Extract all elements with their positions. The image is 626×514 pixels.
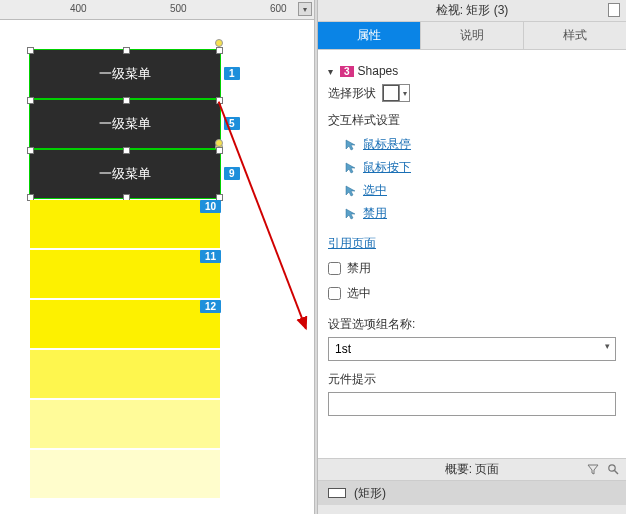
yellow-row[interactable]	[30, 250, 220, 298]
svg-point-1	[609, 465, 615, 471]
yellow-row[interactable]	[30, 400, 220, 448]
resize-handle[interactable]	[27, 147, 34, 154]
outline-item-label: (矩形)	[354, 485, 386, 502]
cursor-disabled-icon	[344, 208, 358, 220]
menu-item[interactable]: 一级菜单	[30, 50, 220, 98]
selection-count-badge: 3	[340, 66, 354, 77]
resize-handle[interactable]	[123, 47, 130, 54]
link-text: 选中	[363, 182, 387, 199]
ruler-tick: 500	[170, 3, 187, 14]
yellow-row[interactable]	[30, 350, 220, 398]
cursor-select-icon	[344, 185, 358, 197]
menu-item-label: 一级菜单	[99, 65, 151, 83]
ruler-dropdown-icon[interactable]: ▾	[298, 2, 312, 16]
expand-caret-icon[interactable]: ▾	[328, 66, 340, 77]
resize-handle[interactable]	[123, 147, 130, 154]
properties-body: ▾ 3 Shapes 选择形状 ▾ 交互样式设置 鼠标悬停	[318, 50, 626, 458]
outline-panel: 概要: 页面 (矩形)	[318, 458, 626, 514]
tab-properties[interactable]: 属性	[318, 22, 421, 49]
yellow-row[interactable]	[30, 200, 220, 248]
interaction-styles-title: 交互样式设置	[328, 112, 616, 129]
chevron-down-icon[interactable]: ▾	[605, 341, 610, 351]
rotate-handle[interactable]	[215, 39, 223, 47]
ruler-tick: 400	[70, 3, 87, 14]
menu-item-label: 一级菜单	[99, 165, 151, 183]
link-text: 禁用	[363, 205, 387, 222]
footnote-badge: 5	[224, 117, 240, 130]
cursor-down-icon	[344, 162, 358, 174]
rectangle-icon	[328, 488, 346, 498]
reference-page-link[interactable]: 引用页面	[328, 235, 616, 252]
outline-item[interactable]: (矩形)	[318, 481, 626, 505]
footnote-badge: 1	[224, 67, 240, 80]
footnote-badge: 10	[200, 200, 221, 213]
inspector-title-bar: 检视: 矩形 (3)	[318, 0, 626, 22]
checkbox-label: 禁用	[347, 260, 371, 277]
outline-header: 概要: 页面	[318, 459, 626, 481]
menu-item[interactable]: 一级菜单	[30, 150, 220, 198]
footnote-badge: 12	[200, 300, 221, 313]
select-shape-label: 选择形状	[328, 85, 376, 102]
inspector-title: 检视: 矩形 (3)	[436, 2, 509, 19]
footnote-badge: 9	[224, 167, 240, 180]
link-selected[interactable]: 选中	[328, 179, 616, 202]
canvas-page[interactable]: 一级菜单 1 一级菜单 5 一级菜单	[0, 20, 314, 514]
group-name-label: 设置选项组名称:	[328, 316, 616, 333]
link-mouse-hover[interactable]: 鼠标悬停	[328, 133, 616, 156]
resize-handle[interactable]	[216, 47, 223, 54]
checkbox-disabled[interactable]	[328, 262, 341, 275]
cursor-icon	[344, 139, 358, 151]
link-text: 鼠标悬停	[363, 136, 411, 153]
shape-picker[interactable]: ▾	[382, 84, 410, 102]
resize-handle[interactable]	[216, 147, 223, 154]
resize-handle[interactable]	[216, 97, 223, 104]
square-icon	[383, 85, 399, 101]
design-canvas[interactable]: 400 500 600 ▾ 一级菜单 1 一级菜单	[0, 0, 314, 514]
checkbox-selected[interactable]	[328, 287, 341, 300]
footnote-badge: 11	[200, 250, 221, 263]
inspector-tabs: 属性 说明 样式	[318, 22, 626, 50]
outline-title: 概要: 页面	[445, 461, 500, 478]
search-icon[interactable]	[606, 462, 620, 476]
group-name-input[interactable]	[328, 337, 616, 361]
yellow-row[interactable]	[30, 300, 220, 348]
link-mouse-down[interactable]: 鼠标按下	[328, 156, 616, 179]
chevron-down-icon: ▾	[399, 85, 409, 101]
page-icon[interactable]	[608, 3, 620, 17]
resize-handle[interactable]	[123, 97, 130, 104]
yellow-row[interactable]	[30, 450, 220, 498]
inspector-panel: 检视: 矩形 (3) 属性 说明 样式 ▾ 3 Shapes 选择形状 ▾ 交互…	[318, 0, 626, 514]
link-disabled[interactable]: 禁用	[328, 202, 616, 225]
horizontal-ruler: 400 500 600 ▾	[0, 0, 314, 20]
tab-styles[interactable]: 样式	[524, 22, 626, 49]
tab-notes[interactable]: 说明	[421, 22, 524, 49]
menu-item[interactable]: 一级菜单	[30, 100, 220, 148]
menu-item-label: 一级菜单	[99, 115, 151, 133]
ruler-tick: 600	[270, 3, 287, 14]
tooltip-input[interactable]	[328, 392, 616, 416]
svg-line-2	[615, 471, 619, 475]
selection-type: Shapes	[358, 64, 399, 78]
link-text: 鼠标按下	[363, 159, 411, 176]
checkbox-label: 选中	[347, 285, 371, 302]
resize-handle[interactable]	[27, 47, 34, 54]
tooltip-label: 元件提示	[328, 371, 616, 388]
filter-icon[interactable]	[586, 462, 600, 476]
resize-handle[interactable]	[27, 97, 34, 104]
rotate-handle[interactable]	[215, 139, 223, 147]
